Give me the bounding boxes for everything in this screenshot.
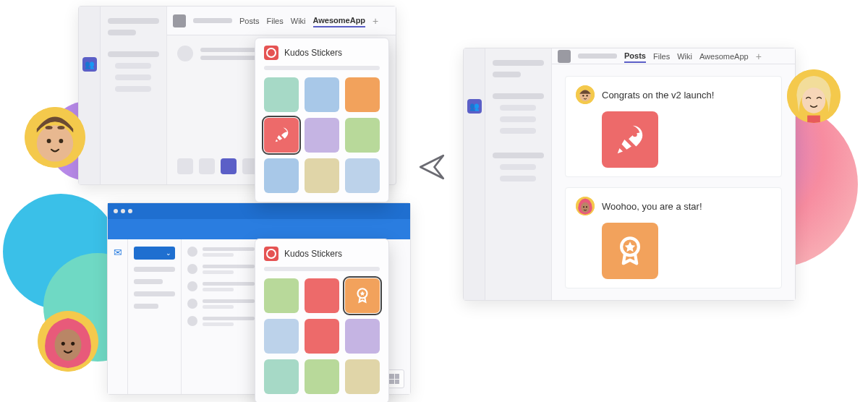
channel-tabs: Posts Files Wiki AwesomeApp + xyxy=(552,48,795,64)
mail-icon[interactable]: ✉ xyxy=(114,247,122,394)
svg-point-5 xyxy=(59,139,63,143)
mail-list xyxy=(182,239,261,394)
tab-posts[interactable]: Posts xyxy=(624,50,646,63)
svg-point-16 xyxy=(582,95,584,96)
app-rail: 👥 xyxy=(79,7,101,184)
add-tab-button[interactable]: + xyxy=(756,51,762,62)
rail-teams-icon[interactable]: 👥 xyxy=(467,99,482,114)
tab-files[interactable]: Files xyxy=(653,51,670,62)
tab-awesomeapp[interactable]: AwesomeApp xyxy=(699,51,749,62)
mail-item[interactable] xyxy=(187,264,255,274)
sticker-option[interactable] xyxy=(305,278,339,313)
post-author-avatar xyxy=(576,197,595,215)
svg-point-11 xyxy=(802,87,826,114)
placeholder xyxy=(500,128,536,134)
channel-post: Woohoo, you are a star! xyxy=(565,187,782,288)
channel-avatar-placeholder xyxy=(173,14,186,27)
sticker-option[interactable] xyxy=(305,77,339,112)
channel-name-placeholder xyxy=(193,18,232,23)
mail-item[interactable] xyxy=(187,316,255,326)
apps-grid-button[interactable] xyxy=(389,374,399,384)
svg-point-2 xyxy=(46,126,53,129)
rocket-icon xyxy=(613,123,647,156)
new-mail-button[interactable]: ⌄ xyxy=(134,247,175,260)
svg-point-9 xyxy=(71,342,75,346)
placeholder xyxy=(108,30,136,35)
send-arrow-icon xyxy=(417,152,447,185)
channel-post: Congrats on the v2 launch! xyxy=(565,76,782,177)
channel-list xyxy=(101,7,167,184)
popover-title: Kudos Stickers xyxy=(284,48,342,58)
sticker-option[interactable] xyxy=(264,359,299,394)
sticker-option[interactable] xyxy=(305,319,339,354)
rail-teams-icon[interactable]: 👥 xyxy=(82,57,97,72)
sticker-option[interactable] xyxy=(345,319,380,354)
svg-point-21 xyxy=(583,206,584,208)
svg-point-22 xyxy=(586,206,587,208)
placeholder xyxy=(493,93,544,99)
award-ribbon-icon xyxy=(353,286,372,305)
sticker-search-placeholder[interactable] xyxy=(264,66,380,70)
tab-awesomeapp[interactable]: AwesomeApp xyxy=(313,14,366,27)
svg-point-3 xyxy=(57,126,64,129)
window-titlebar xyxy=(108,203,410,219)
placeholder xyxy=(493,153,544,158)
mail-item[interactable] xyxy=(187,299,255,309)
channel-avatar-placeholder xyxy=(558,50,571,63)
sticker-option[interactable] xyxy=(264,158,299,193)
sticker-option-rocket[interactable] xyxy=(264,118,299,153)
placeholder xyxy=(500,105,536,111)
svg-point-17 xyxy=(586,95,587,96)
mail-item[interactable] xyxy=(187,247,255,257)
mail-item[interactable] xyxy=(187,281,255,291)
placeholder xyxy=(115,74,151,80)
outlook-ribbon xyxy=(108,219,410,239)
compose-action[interactable] xyxy=(177,158,193,174)
svg-point-18 xyxy=(633,132,637,137)
kudos-app-icon xyxy=(264,247,278,261)
tab-wiki[interactable]: Wiki xyxy=(291,15,306,27)
post-message: Congrats on the v2 launch! xyxy=(602,90,714,100)
compose-action-stickers[interactable] xyxy=(221,158,237,174)
svg-point-7 xyxy=(55,329,82,361)
svg-point-8 xyxy=(61,342,65,346)
sticker-popover: Kudos Stickers xyxy=(255,38,389,202)
persona-avatar-2 xyxy=(38,311,98,372)
svg-point-20 xyxy=(581,202,590,213)
sticker-popover: Kudos Stickers xyxy=(255,239,389,402)
svg-point-4 xyxy=(47,139,51,143)
persona-avatar-3 xyxy=(787,69,841,123)
channel-name-placeholder xyxy=(578,54,617,59)
add-tab-button[interactable]: + xyxy=(373,15,378,27)
sticker-option[interactable] xyxy=(305,118,339,153)
compose-action[interactable] xyxy=(199,158,215,174)
sticker-option[interactable] xyxy=(264,77,299,112)
tab-wiki[interactable]: Wiki xyxy=(677,51,692,62)
sticker-option[interactable] xyxy=(345,158,380,193)
sticker-option[interactable] xyxy=(305,158,339,193)
tab-posts[interactable]: Posts xyxy=(239,15,260,27)
sticker-option[interactable] xyxy=(345,77,380,112)
post-message: Woohoo, you are a star! xyxy=(602,201,702,212)
placeholder xyxy=(500,116,536,122)
sticker-option-award[interactable] xyxy=(345,278,380,313)
placeholder xyxy=(115,63,151,69)
placeholder xyxy=(108,51,159,57)
outlook-folder-nav: ⌄ xyxy=(128,239,182,394)
tab-files[interactable]: Files xyxy=(267,15,284,27)
sticker-search-placeholder[interactable] xyxy=(264,267,380,271)
placeholder xyxy=(500,176,536,181)
svg-rect-12 xyxy=(807,116,820,123)
sticker-option[interactable] xyxy=(305,359,339,394)
sticker-option[interactable] xyxy=(264,278,299,313)
placeholder xyxy=(500,164,536,170)
sticker-option[interactable] xyxy=(264,319,299,354)
sticker-option[interactable] xyxy=(345,118,380,153)
channel-tabs: Posts Files Wiki AwesomeApp + xyxy=(167,7,396,35)
post-sticker-rocket xyxy=(602,111,658,168)
channel-list xyxy=(485,48,552,300)
kudos-app-icon xyxy=(264,46,278,60)
rocket-icon xyxy=(271,125,292,145)
placeholder xyxy=(493,72,521,77)
sticker-option[interactable] xyxy=(345,359,380,394)
